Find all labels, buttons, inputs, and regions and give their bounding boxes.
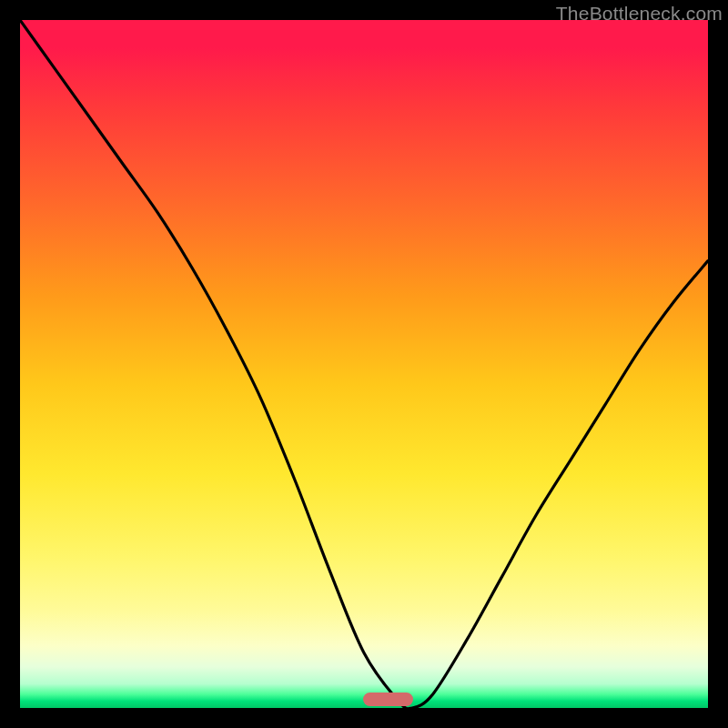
plot-area xyxy=(20,20,708,708)
optimal-marker xyxy=(363,693,413,706)
bottleneck-curve xyxy=(20,20,708,708)
chart-frame: TheBottleneck.com xyxy=(0,0,728,728)
